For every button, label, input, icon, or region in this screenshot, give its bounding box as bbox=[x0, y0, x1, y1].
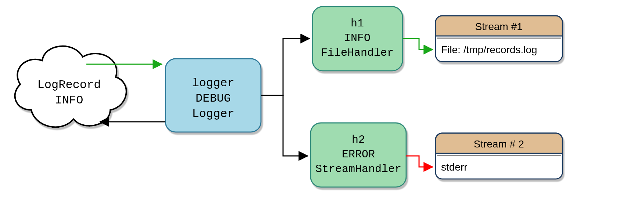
arrow-h2-to-stream2 bbox=[406, 156, 433, 167]
logger-label-3: Logger bbox=[192, 107, 234, 121]
h2-label-1: h2 bbox=[352, 134, 365, 146]
logrecord-label-2: INFO bbox=[55, 94, 83, 107]
stream-1-body: File: /tmp/records.log bbox=[441, 44, 537, 55]
h1-label-3: FileHandler bbox=[321, 47, 394, 59]
stream-1-title: Stream #1 bbox=[475, 21, 522, 32]
h1-label-2: INFO bbox=[344, 32, 371, 44]
stream-2-title: Stream # 2 bbox=[474, 138, 524, 150]
logging-flow-diagram: LogRecord INFO logger DEBUG Logger h1 IN… bbox=[0, 0, 644, 208]
logrecord-label-1: LogRecord bbox=[37, 78, 101, 92]
arrow-logger-to-h2 bbox=[261, 95, 308, 156]
logger-label-2: DEBUG bbox=[196, 92, 231, 105]
logger-label-1: logger bbox=[192, 76, 234, 90]
arrow-h1-to-stream1 bbox=[402, 39, 433, 50]
h2-label-2: ERROR bbox=[342, 148, 375, 161]
arrow-logger-to-h1 bbox=[261, 39, 310, 95]
h2-label-3: StreamHandler bbox=[315, 163, 401, 175]
h1-label-1: h1 bbox=[351, 17, 364, 30]
stream-2-body: stderr bbox=[441, 161, 468, 173]
